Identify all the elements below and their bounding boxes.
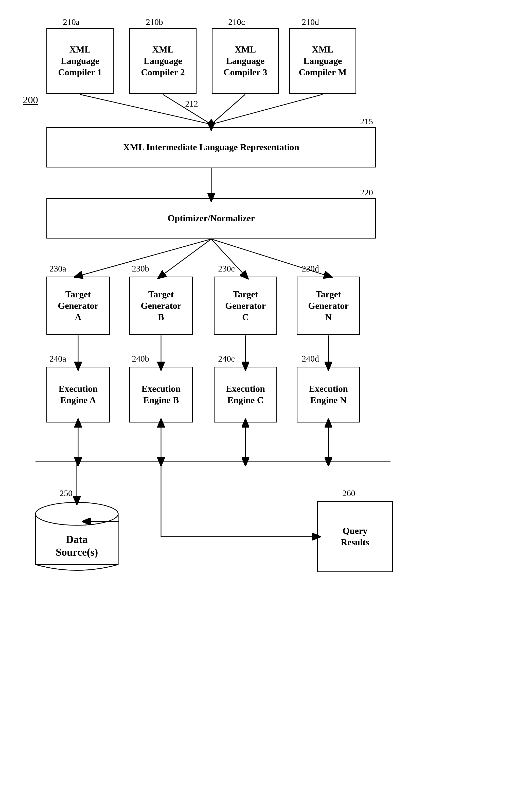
label-210d: 210d xyxy=(302,17,319,27)
compiler-210b: XML Language Compiler 2 xyxy=(129,28,196,94)
target-gen-n: Target Generator N xyxy=(297,277,360,335)
label-215: 215 xyxy=(360,117,373,126)
compiler-210c: XML Language Compiler 3 xyxy=(212,28,279,94)
svg-marker-14 xyxy=(208,119,214,124)
label-230c: 230c xyxy=(218,264,235,274)
svg-text:Data: Data xyxy=(66,534,88,545)
svg-text:Source(s): Source(s) xyxy=(56,546,98,558)
label-250: 250 xyxy=(60,488,73,498)
label-230a: 230a xyxy=(50,264,66,274)
target-gen-b: Target Generator B xyxy=(129,277,193,335)
target-gen-c: Target Generator C xyxy=(214,277,277,335)
diagram-label-200: 200 xyxy=(23,94,38,106)
label-240b: 240b xyxy=(132,354,149,364)
svg-point-1 xyxy=(36,502,118,525)
svg-line-17 xyxy=(161,239,211,276)
data-source-box: Data Source(s) xyxy=(35,501,119,577)
label-260: 260 xyxy=(342,488,355,498)
exec-engine-a: Execution Engine A xyxy=(46,367,110,423)
label-240d: 240d xyxy=(302,354,319,364)
data-source-svg: Data Source(s) xyxy=(35,501,119,577)
label-210b: 210b xyxy=(146,17,163,27)
exec-engine-n: Execution Engine N xyxy=(297,367,360,423)
compiler-210d: XML Language Compiler M xyxy=(289,28,356,94)
label-230b: 230b xyxy=(132,264,149,274)
target-gen-a: Target Generator A xyxy=(46,277,110,335)
ilr-box: XML Intermediate Language Representation xyxy=(46,127,376,167)
label-210c: 210c xyxy=(228,17,245,27)
optimizer-box: Optimizer/Normalizer xyxy=(46,198,376,239)
label-212: 212 xyxy=(185,99,198,109)
compiler-210a: XML Language Compiler 1 xyxy=(46,28,114,94)
svg-line-10 xyxy=(211,94,245,124)
label-240c: 240c xyxy=(218,354,235,364)
exec-engine-c: Execution Engine C xyxy=(214,367,277,423)
label-230d: 230d xyxy=(302,264,319,274)
query-results-box: Query Results xyxy=(317,501,393,572)
label-210a: 210a xyxy=(63,17,80,27)
exec-engine-b: Execution Engine B xyxy=(129,367,193,423)
label-220: 220 xyxy=(360,188,373,198)
svg-line-11 xyxy=(211,94,323,124)
label-240a: 240a xyxy=(50,354,66,364)
